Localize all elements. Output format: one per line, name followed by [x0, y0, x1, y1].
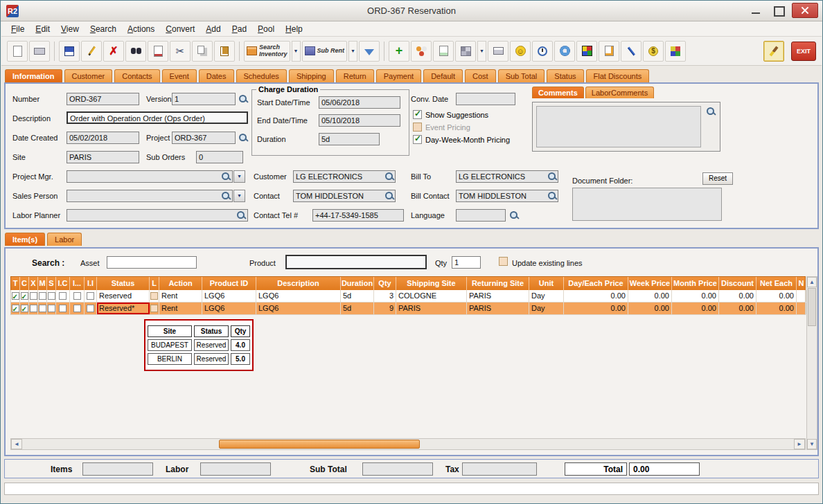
- horizontal-scroll-thumb[interactable]: [219, 440, 420, 449]
- row-checkbox[interactable]: [48, 292, 55, 300]
- column-header-i-c[interactable]: I.C: [56, 277, 70, 290]
- checkbox-cell[interactable]: [38, 303, 47, 314]
- add-button[interactable]: +: [389, 41, 409, 62]
- show-suggestions-checkbox[interactable]: [413, 110, 422, 119]
- column-header-i-i[interactable]: I.I: [85, 277, 97, 290]
- column-header-shipping-site[interactable]: Shipping Site: [396, 277, 467, 290]
- print-button[interactable]: [29, 41, 50, 62]
- tab-payment[interactable]: Payment: [376, 69, 421, 82]
- checkbox-cell[interactable]: [38, 290, 47, 302]
- search-inventory-dropdown-arrow[interactable]: ▼: [292, 41, 301, 62]
- cell-month-price[interactable]: 0.00: [672, 303, 719, 314]
- tab-customer[interactable]: Customer: [64, 69, 113, 82]
- vertical-scrollbar[interactable]: ▲ ▼: [806, 276, 817, 450]
- column-header-week-price[interactable]: Week Price: [628, 277, 672, 290]
- cell-action[interactable]: Rent: [159, 290, 202, 302]
- column-header-day-each-price[interactable]: Day/Each Price: [564, 277, 628, 290]
- new-button[interactable]: [7, 41, 28, 62]
- menu-pad[interactable]: Pad: [227, 23, 252, 35]
- cell-shipping-site[interactable]: COLOGNE: [396, 290, 467, 302]
- sales-person-search-icon[interactable]: [220, 190, 231, 201]
- tab-item-s[interactable]: Item(s): [5, 233, 45, 246]
- checkbox-cell[interactable]: [70, 290, 85, 302]
- row-checkbox[interactable]: [12, 305, 19, 312]
- row-checkbox[interactable]: [21, 292, 28, 300]
- tab-default[interactable]: Default: [423, 69, 463, 82]
- exit-button[interactable]: EXIT: [791, 42, 816, 61]
- customer-search-icon[interactable]: [384, 171, 395, 182]
- cell-qty[interactable]: 9: [374, 303, 396, 314]
- contact-search-icon[interactable]: [384, 190, 395, 201]
- cell-shipping-site[interactable]: PARIS: [396, 303, 467, 314]
- cell-duration[interactable]: 5d: [341, 290, 374, 302]
- configurator-button[interactable]: [576, 41, 597, 62]
- row-checkbox[interactable]: [150, 305, 158, 312]
- comments-search-icon[interactable]: [705, 106, 716, 117]
- search-inventory-button[interactable]: Search Inventory: [244, 41, 290, 62]
- checkbox-cell[interactable]: [11, 303, 20, 314]
- sub-rent-button[interactable]: Sub Rent: [302, 41, 348, 62]
- checkbox-cell[interactable]: [20, 303, 29, 314]
- event-pricing-checkbox[interactable]: [413, 123, 422, 132]
- checkbox-cell[interactable]: [150, 303, 159, 314]
- row-checkbox[interactable]: [21, 305, 28, 312]
- cell-status[interactable]: Reserved*: [97, 303, 150, 314]
- copy-button[interactable]: [192, 41, 213, 62]
- table-row[interactable]: ReservedRentLGQ6LGQ65d3COLOGNEPARISDay0.…: [11, 290, 805, 303]
- column-header-x[interactable]: X: [29, 277, 38, 290]
- day-week-month-pricing-checkbox[interactable]: [413, 135, 422, 144]
- checkbox-cell[interactable]: [29, 290, 38, 302]
- bill-contact-field[interactable]: TOM HIDDLESTON: [456, 190, 558, 202]
- menu-edit[interactable]: Edit: [30, 23, 55, 35]
- tab-schedules[interactable]: Schedules: [236, 69, 287, 82]
- document-folder-box[interactable]: [572, 188, 722, 221]
- cell-week-price[interactable]: 0.00: [628, 290, 672, 302]
- duration-field[interactable]: 5d: [319, 133, 380, 145]
- scroll-left-icon[interactable]: ◄: [11, 439, 22, 449]
- column-header-description[interactable]: Description: [256, 277, 341, 290]
- project-mgr-field[interactable]: [67, 170, 233, 183]
- column-header-n[interactable]: N: [797, 277, 806, 290]
- description-field[interactable]: Order with Operation Order (Ops Order): [67, 111, 248, 124]
- checkbox-cell[interactable]: [85, 290, 97, 302]
- column-header-month-price[interactable]: Month Price: [672, 277, 719, 290]
- minimize-button[interactable]: [747, 3, 764, 17]
- checkbox-cell[interactable]: [47, 303, 56, 314]
- sales-person-dropdown-arrow[interactable]: ▼: [233, 190, 245, 202]
- menu-search[interactable]: Search: [85, 23, 122, 35]
- checkbox-cell[interactable]: [11, 290, 20, 302]
- cell-returning-site[interactable]: PARIS: [467, 290, 529, 302]
- find-button[interactable]: [125, 41, 146, 62]
- cell-month-price[interactable]: 0.00: [672, 290, 719, 302]
- column-header-t[interactable]: T: [11, 277, 20, 290]
- maximize-button[interactable]: [770, 3, 786, 17]
- row-checkbox[interactable]: [39, 305, 46, 312]
- contact-tel-field[interactable]: +44-17-5349-1585: [312, 209, 404, 222]
- edit-document-button[interactable]: [599, 41, 619, 62]
- cell-n[interactable]: [797, 303, 806, 314]
- row-checkbox[interactable]: [73, 305, 81, 312]
- tab-return[interactable]: Return: [336, 69, 374, 82]
- column-header-net-each[interactable]: Net Each: [756, 277, 797, 290]
- sales-person-field[interactable]: [67, 190, 233, 202]
- tab-flat-discounts[interactable]: Flat Discounts: [586, 69, 650, 82]
- media-button[interactable]: [554, 41, 575, 62]
- project-field[interactable]: ORD-367: [172, 132, 236, 144]
- tab-laborcomments[interactable]: LaborComments: [585, 87, 654, 98]
- column-header-returning-site[interactable]: Returning Site: [467, 277, 529, 290]
- tab-contacts[interactable]: Contacts: [114, 69, 159, 82]
- row-checkbox[interactable]: [59, 305, 67, 312]
- comments-textarea[interactable]: [536, 106, 701, 147]
- column-header-qty[interactable]: Qty: [374, 277, 396, 290]
- checkbox-cell[interactable]: [70, 303, 85, 314]
- checkbox-cell[interactable]: [56, 303, 70, 314]
- conv-date-field[interactable]: [456, 93, 515, 105]
- column-header-l[interactable]: L: [150, 277, 159, 290]
- asset-search-input[interactable]: [107, 256, 197, 269]
- menu-file[interactable]: File: [6, 23, 30, 35]
- close-button[interactable]: [792, 3, 818, 18]
- update-existing-lines-checkbox[interactable]: [499, 257, 508, 266]
- menu-convert[interactable]: Convert: [160, 23, 200, 35]
- cell-status[interactable]: Reserved: [97, 290, 150, 302]
- cell-qty[interactable]: 3: [374, 290, 396, 302]
